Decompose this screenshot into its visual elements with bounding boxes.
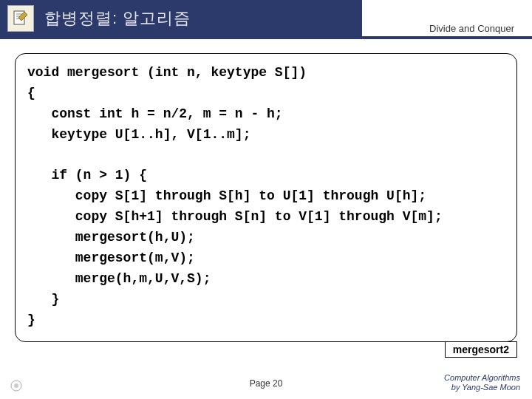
notebook-icon xyxy=(7,5,34,32)
svg-point-5 xyxy=(14,383,18,388)
algorithm-tag: mergesort2 xyxy=(445,341,517,358)
slide-header: 합병정렬: 알고리즘 Divide and Conquer xyxy=(0,0,532,37)
credits-line-1: Computer Algorithms xyxy=(444,373,520,383)
slide-subtitle: Divide and Conquer xyxy=(429,23,514,34)
slide-title: 합병정렬: 알고리즘 xyxy=(44,7,191,30)
page-number: Page 20 xyxy=(250,378,283,389)
credits-line-2: by Yang-Sae Moon xyxy=(444,383,520,393)
university-logo xyxy=(10,380,25,392)
code-block: void mergesort (int n, keytype S[]) { co… xyxy=(15,53,517,342)
credits: Computer Algorithms by Yang-Sae Moon xyxy=(444,373,520,394)
slide-footer: Page 20 Computer Algorithms by Yang-Sae … xyxy=(0,368,532,395)
